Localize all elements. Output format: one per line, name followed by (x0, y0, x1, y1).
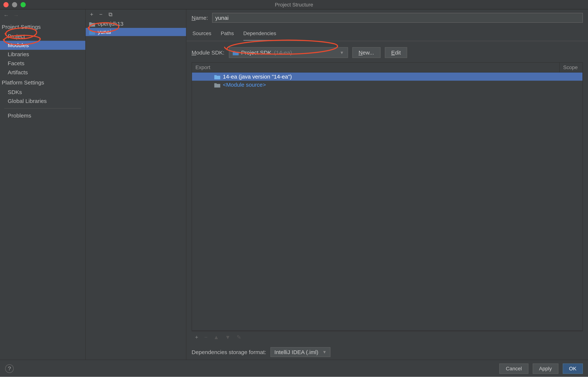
window-minimize-icon (12, 2, 17, 7)
sdk-edit-button[interactable]: Edit (385, 47, 407, 58)
remove-dependency-icon[interactable]: − (204, 334, 208, 341)
module-label: yunai (98, 29, 111, 35)
storage-format-label: Dependencies storage format: (192, 349, 266, 355)
module-sdk-label: Module SDK: (192, 49, 224, 56)
module-folder-icon (89, 30, 95, 34)
sdk-hint: (14-ea) (274, 49, 292, 56)
storage-format-combo[interactable]: IntelliJ IDEA (.iml) ▼ (271, 347, 331, 357)
sdk-folder-icon (214, 74, 220, 79)
dialog-footer: ? Cancel Apply OK (0, 360, 588, 377)
chevron-down-icon: ▼ (340, 50, 344, 55)
ok-button[interactable]: OK (563, 363, 583, 374)
nav-forward-icon: → (13, 12, 19, 18)
sidebar-item-problems[interactable]: Problems (0, 111, 85, 120)
project-settings-header: Project Settings (0, 21, 85, 32)
col-export-header[interactable]: Export (192, 63, 560, 72)
dependency-row-sdk[interactable]: 14-ea (java version "14-ea") (192, 72, 582, 81)
window-zoom-icon[interactable] (21, 2, 26, 7)
folder-icon (89, 22, 95, 26)
dependencies-table: Export Scope 14-ea (java version "14-ea"… (192, 62, 583, 331)
storage-format-value: IntelliJ IDEA (.iml) (274, 349, 318, 355)
tab-dependencies[interactable]: Dependencies (243, 29, 276, 41)
window-close-icon[interactable] (3, 2, 9, 7)
copy-module-icon[interactable]: ⧉ (109, 11, 112, 18)
edit-dependency-icon[interactable]: ✎ (237, 334, 241, 341)
cancel-button[interactable]: Cancel (499, 363, 528, 374)
module-detail-panel: Name: Sources Paths Dependencies Module … (186, 9, 588, 360)
module-label: openjdk13 (98, 21, 123, 27)
apply-button[interactable]: Apply (533, 363, 558, 374)
dependency-label: 14-ea (java version "14-ea") (223, 73, 292, 80)
dependency-label: <Module source> (223, 82, 266, 88)
titlebar: Project Structure (0, 0, 588, 9)
module-item-yunai[interactable]: yunai (86, 28, 186, 36)
help-button[interactable]: ? (5, 364, 14, 373)
platform-settings-header: Platform Settings (0, 77, 85, 88)
sdk-value: Project SDK (241, 49, 271, 56)
tab-paths[interactable]: Paths (221, 29, 234, 41)
col-scope-header[interactable]: Scope (560, 63, 582, 72)
tab-sources[interactable]: Sources (192, 29, 211, 41)
move-down-icon[interactable]: ▼ (225, 334, 231, 341)
dependency-row-module-source[interactable]: <Module source> (192, 81, 582, 89)
module-item-openjdk13[interactable]: openjdk13 (86, 20, 186, 28)
module-sdk-combo[interactable]: Project SDK (14-ea) ▼ (229, 47, 348, 58)
chevron-down-icon: ▼ (322, 350, 327, 355)
module-tabs: Sources Paths Dependencies (186, 26, 588, 41)
sdk-folder-icon (233, 50, 239, 55)
sidebar-item-global-libraries[interactable]: Global Libraries (0, 96, 85, 106)
sidebar-item-libraries[interactable]: Libraries (0, 50, 85, 59)
name-label: Name: (192, 15, 208, 21)
move-up-icon[interactable]: ▲ (213, 334, 219, 341)
add-dependency-icon[interactable]: + (195, 334, 198, 341)
sidebar-item-facets[interactable]: Facets (0, 59, 85, 68)
settings-sidebar: ← → Project Settings Project Modules Lib… (0, 9, 86, 360)
module-list-panel: + − ⧉ openjdk13 yunai (86, 9, 186, 360)
dependencies-toolbar: + − ▲ ▼ ✎ (192, 331, 583, 343)
sidebar-item-project[interactable]: Project (0, 32, 85, 41)
sidebar-item-artifacts[interactable]: Artifacts (0, 68, 85, 77)
sidebar-item-modules[interactable]: Modules (0, 41, 85, 50)
sidebar-item-sdks[interactable]: SDKs (0, 88, 85, 97)
remove-module-icon[interactable]: − (99, 11, 103, 18)
module-name-input[interactable] (212, 13, 583, 23)
window-title: Project Structure (275, 1, 313, 8)
add-module-icon[interactable]: + (90, 11, 93, 18)
nav-back-icon[interactable]: ← (3, 12, 9, 18)
source-folder-icon (214, 82, 220, 87)
sdk-new-button[interactable]: New... (352, 47, 381, 58)
